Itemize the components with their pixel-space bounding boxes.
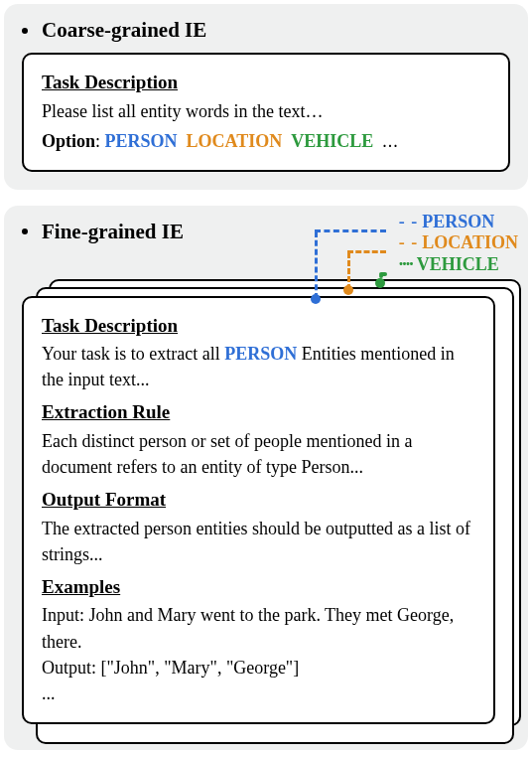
bullet-icon bbox=[22, 228, 28, 234]
example-input: Input: John and Mary went to the park. T… bbox=[42, 602, 475, 654]
fine-front-card: Task Description Your task is to extract… bbox=[22, 296, 495, 724]
example-output: Output: ["John", "Mary", "George"] bbox=[42, 655, 475, 681]
fine-task-text: Your task is to extract all PERSON Entit… bbox=[42, 341, 475, 392]
connector-person-h bbox=[315, 229, 386, 232]
label-person-row: - - PERSON bbox=[399, 212, 518, 233]
coarse-option-line: Option: PERSON LOCATION VEHICLE ... bbox=[42, 128, 490, 154]
option-colon: : bbox=[95, 131, 105, 151]
output-format-heading: Output Format bbox=[42, 486, 475, 514]
label-location: LOCATION bbox=[422, 232, 518, 254]
connector-location-dot bbox=[343, 285, 353, 295]
dash-icon: - - bbox=[399, 212, 419, 233]
extraction-rule-heading: Extraction Rule bbox=[42, 398, 475, 426]
coarse-title-row: Coarse-grained IE bbox=[22, 18, 510, 43]
label-vehicle: VEHICLE bbox=[417, 254, 499, 276]
option-location: LOCATION bbox=[187, 131, 283, 151]
connector-vehicle-h bbox=[379, 272, 387, 276]
task-pre: Your task is to extract all bbox=[42, 344, 224, 364]
connector-person-dot bbox=[311, 294, 321, 304]
example-more: ... bbox=[42, 681, 475, 706]
entity-labels-block: - - PERSON - - LOCATION ···· VEHICLE bbox=[399, 212, 518, 276]
connector-vehicle-dot bbox=[375, 278, 385, 288]
fine-panel: Fine-grained IE - - PERSON - - LOCATION … bbox=[4, 206, 528, 750]
label-vehicle-row: ···· VEHICLE bbox=[399, 254, 518, 276]
dot-icon: ···· bbox=[399, 254, 413, 276]
coarse-card: Task Description Please list all entity … bbox=[22, 53, 510, 172]
connector-person-v bbox=[315, 231, 318, 299]
extraction-rule-text: Each distinct person or set of people me… bbox=[42, 428, 475, 480]
card-stack: Task Description Your task is to extract… bbox=[22, 296, 510, 724]
option-vehicle: VEHICLE bbox=[291, 131, 373, 151]
task-entity: PERSON bbox=[224, 344, 297, 364]
dash-icon: - - bbox=[399, 232, 419, 254]
fine-title: Fine-grained IE bbox=[42, 220, 184, 244]
label-person: PERSON bbox=[422, 212, 494, 233]
task-description-heading: Task Description bbox=[42, 69, 490, 96]
coarse-title: Coarse-grained IE bbox=[42, 18, 206, 43]
task-description-heading: Task Description bbox=[42, 312, 475, 340]
option-more: ... bbox=[382, 131, 399, 151]
coarse-panel: Coarse-grained IE Task Description Pleas… bbox=[4, 4, 528, 190]
option-label: Option bbox=[42, 131, 95, 151]
label-location-row: - - LOCATION bbox=[399, 232, 518, 254]
examples-heading: Examples bbox=[42, 573, 475, 601]
connector-location-h bbox=[347, 250, 386, 253]
coarse-task-text: Please list all entity words in the text… bbox=[42, 98, 490, 124]
bullet-icon bbox=[22, 28, 28, 34]
output-format-text: The extracted person entities should be … bbox=[42, 516, 475, 567]
option-person: PERSON bbox=[105, 131, 178, 151]
